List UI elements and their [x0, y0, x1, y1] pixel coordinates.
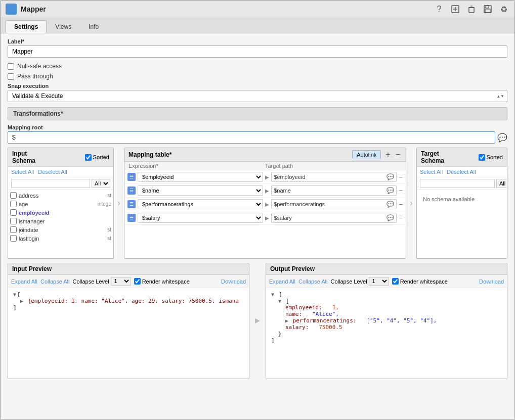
target-filter-input[interactable] — [420, 179, 495, 188]
mapping-table-title: Mapping table* — [128, 151, 171, 158]
schema-item-employeeid-name: employeeid — [19, 210, 111, 216]
mapping-comment-3: 💬 — [387, 214, 394, 221]
target-sorted-label: Sorted — [487, 154, 503, 160]
mapping-root-row: Mapping root 💬 — [8, 124, 507, 144]
mapping-expr-3[interactable]: $salary — [138, 213, 263, 223]
null-safe-label: Null-safe access — [17, 63, 62, 70]
snap-execution-select[interactable]: Validate & Execute — [8, 90, 507, 102]
input-sorted-checkbox[interactable] — [85, 154, 92, 161]
mapping-minus-3[interactable]: − — [399, 214, 403, 222]
output-preview-pane: Output Preview Expand All Collapse All C… — [266, 263, 507, 379]
output-collapse-level-select[interactable]: 123 — [369, 277, 389, 286]
output-collapse-all[interactable]: Collapse All — [298, 278, 327, 285]
schema-item-joindate-name: joindate — [19, 227, 105, 233]
schema-item-address-name: address — [19, 193, 105, 199]
schema-item-address-check[interactable] — [10, 192, 17, 199]
autolink-button[interactable]: Autolink — [352, 150, 381, 159]
mapping-comment-1: 💬 — [387, 187, 394, 194]
mapping-add-button[interactable]: + — [384, 150, 392, 159]
mapping-add-remove: + − — [384, 150, 402, 159]
mapping-arrow-3: ▶ — [265, 215, 269, 221]
null-safe-checkbox[interactable] — [8, 63, 14, 70]
tab-info[interactable]: Info — [80, 20, 107, 33]
save-button[interactable] — [482, 4, 493, 15]
input-schema-header: InputSchema Sorted — [8, 148, 113, 167]
output-render-checkbox[interactable] — [392, 278, 399, 285]
mapping-target-text-2: $performanceratings — [274, 201, 384, 207]
input-deselect-all[interactable]: Deselect All — [38, 169, 67, 175]
mapping-expr-2[interactable]: $performanceratings — [138, 199, 263, 209]
input-select-all[interactable]: Select All — [11, 169, 34, 175]
schema-item-employeeid-check[interactable] — [10, 209, 17, 216]
mapping-minus-1[interactable]: − — [399, 187, 403, 195]
input-collapse-level-label: Collapse Level — [72, 278, 109, 285]
mapping-expr-1[interactable]: $name — [138, 185, 263, 196]
output-salary-line: salary: 75000.5 — [285, 324, 502, 331]
mapping-arrow-0: ▶ — [265, 174, 269, 180]
output-toggle-performance[interactable]: ▶ — [285, 318, 288, 323]
input-collapse-level-select[interactable]: 123 — [111, 277, 131, 286]
output-render-check: Render whitespace — [392, 278, 448, 285]
pass-through-checkbox[interactable] — [8, 73, 14, 80]
close-button[interactable]: ♻ — [498, 4, 509, 15]
input-filter-select[interactable]: All — [92, 179, 110, 188]
mapping-minus-0[interactable]: − — [399, 173, 403, 181]
output-preview-content: ▼ [ ▼ [ employeeid: 1, name: — [266, 288, 507, 379]
output-performance-line: ▶ performanceratings: ["5", "4", "5", "4… — [285, 317, 502, 324]
help-button[interactable]: ? — [434, 4, 445, 15]
tab-views[interactable]: Views — [47, 20, 80, 33]
input-schema-title: InputSchema — [12, 150, 35, 164]
schema-item-joindate-check[interactable] — [10, 226, 17, 233]
target-sorted-checkbox[interactable] — [479, 154, 485, 161]
target-schema-items: No schema available — [417, 190, 507, 258]
label-input[interactable] — [8, 45, 507, 58]
target-schema-header: TargetSchema Sorted — [417, 148, 507, 167]
snap-execution-row: Snap execution Validate & Execute — [8, 83, 507, 102]
mapping-root-input[interactable] — [8, 131, 495, 144]
input-collapse-all[interactable]: Collapse All — [40, 278, 69, 285]
input-close-bracket: ] — [13, 304, 244, 311]
tab-settings[interactable]: Settings — [6, 20, 47, 33]
schema-item-ismanager: ismanager — [10, 217, 111, 225]
tab-bar: Settings Views Info — [1, 18, 514, 33]
input-toggle-outer[interactable]: ▼ — [13, 292, 16, 297]
mapping-expr-0[interactable]: $employeeid — [138, 172, 263, 182]
mapping-arrow-2: ▶ — [265, 202, 269, 207]
svg-marker-5 — [255, 318, 260, 323]
delete-button[interactable] — [466, 4, 477, 15]
comment-icon: 💬 — [497, 133, 507, 143]
target-schema-title: TargetSchema — [421, 150, 444, 164]
svg-rect-4 — [485, 9, 490, 13]
input-download-button[interactable]: Download — [221, 278, 246, 285]
mapping-remove-button[interactable]: − — [394, 150, 402, 159]
schema-item-age-check[interactable] — [10, 201, 17, 207]
input-filter-input[interactable] — [11, 179, 90, 188]
input-expand-all[interactable]: Expand All — [11, 278, 37, 285]
export-button[interactable] — [450, 4, 461, 15]
mapping-table-header: Mapping table* Autolink + − — [124, 148, 406, 162]
input-toggle-inner[interactable]: ▶ — [20, 298, 23, 304]
mapping-row-icon-2: ☰ — [127, 200, 136, 208]
output-performance-key: performanceratings: — [293, 317, 357, 324]
input-render-checkbox[interactable] — [134, 278, 141, 285]
schema-item-lastlogin-check[interactable] — [10, 235, 17, 242]
output-download-button[interactable]: Download — [479, 278, 504, 285]
schema-item-ismanager-check[interactable] — [10, 218, 17, 224]
mapping-target-0: $employeeid 💬 — [271, 172, 397, 182]
target-select-all[interactable]: Select All — [420, 169, 443, 175]
target-deselect-all[interactable]: Deselect All — [447, 169, 476, 175]
target-filter-select[interactable]: All — [496, 179, 507, 188]
schema-item-age: age intege — [10, 200, 111, 208]
mapping-minus-2[interactable]: − — [399, 201, 403, 208]
target-schema-pane: TargetSchema Sorted Select All Deselect … — [416, 148, 507, 259]
input-preview-header: Input Preview — [8, 263, 249, 275]
output-performance-val: ["5", "4", "5", "4"], — [366, 317, 437, 324]
input-preview-content: ▼[ ▶ {employeeid: 1, name: "Alice", age:… — [8, 288, 249, 379]
mapping-col-expression-label: Expression* — [128, 163, 265, 169]
mapping-arrow-1: ▶ — [265, 188, 269, 194]
output-toggle-inner[interactable]: ▼ — [278, 298, 281, 304]
output-toggle-outer[interactable]: ▼ — [271, 292, 274, 297]
mapping-target-2: $performanceratings 💬 — [271, 199, 397, 209]
output-expand-all[interactable]: Expand All — [269, 278, 295, 285]
output-preview-toolbar: Expand All Collapse All Collapse Level 1… — [266, 275, 507, 288]
